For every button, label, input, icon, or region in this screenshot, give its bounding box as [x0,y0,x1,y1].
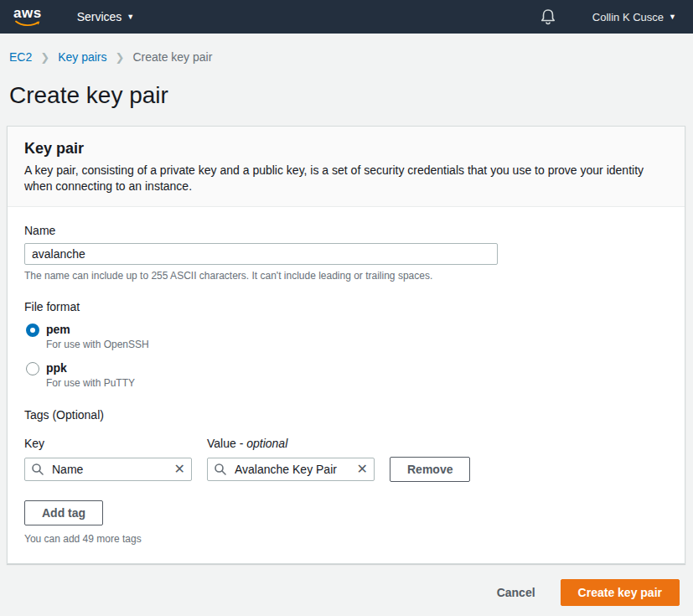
radio-pem-description: For use with OpenSSH [46,339,149,350]
clear-key-icon[interactable]: ✕ [173,460,187,479]
breadcrumb: EC2 ❯ Key pairs ❯ Create key pair [0,34,693,64]
radio-ppk-description: For use with PuTTY [46,377,135,389]
tags-label: Tags (Optional) [24,408,668,422]
breadcrumb-key-pairs[interactable]: Key pairs [58,50,106,64]
radio-unselected-icon[interactable] [26,362,39,375]
chevron-down-icon: ▼ [669,13,676,21]
remove-tag-button[interactable]: Remove [390,457,470,482]
card-title: Key pair [24,140,668,158]
top-navbar: aws Services ▼ Collin K Cusce ▼ [0,0,693,34]
notifications-bell-icon[interactable] [540,8,556,25]
aws-logo[interactable]: aws [13,7,42,27]
add-tag-button[interactable]: Add tag [24,500,103,525]
tag-value-column-label: Value - optional [207,437,287,450]
tag-value-input[interactable] [207,458,375,481]
cancel-button[interactable]: Cancel [497,586,535,599]
breadcrumb-current: Create key pair [132,50,212,64]
services-menu[interactable]: Services ▼ [77,10,135,23]
tag-value-label-text: Value - [207,437,246,450]
create-key-pair-button[interactable]: Create key pair [561,579,680,606]
services-label: Services [77,10,122,23]
radio-option-pem[interactable]: pem For use with OpenSSH [24,323,668,350]
name-input[interactable] [24,243,498,265]
tag-key-input[interactable] [24,458,192,481]
search-icon [31,463,44,479]
radio-pem-label: pem [46,323,149,336]
page-title: Create key pair [0,64,693,109]
name-hint: The name can include up to 255 ASCII cha… [24,270,668,282]
card-description: A key pair, consisting of a private key … [24,163,668,194]
card-body: Name The name can include up to 255 ASCI… [8,207,685,563]
user-name: Collin K Cusce [592,11,664,23]
user-menu[interactable]: Collin K Cusce ▼ [592,11,676,23]
key-pair-card: Key pair A key pair, consisting of a pri… [7,126,685,564]
name-label: Name [24,224,668,237]
file-format-label: File format [24,300,668,313]
tags-remaining-text: You can add 49 more tags [24,533,668,545]
radio-ppk-label: ppk [46,361,135,375]
tag-row: ✕ ✕ Remove [24,457,668,482]
breadcrumb-separator-icon: ❯ [116,51,125,64]
search-icon [214,463,227,479]
footer-actions: Cancel Create key pair [0,564,693,606]
breadcrumb-ec2[interactable]: EC2 [9,50,32,64]
radio-selected-icon[interactable] [26,324,39,337]
tag-value-label-optional: optional [246,437,287,450]
tags-section: Tags (Optional) Key Value - optional [24,408,668,545]
clear-value-icon[interactable]: ✕ [355,460,370,479]
card-header: Key pair A key pair, consisting of a pri… [8,127,685,207]
file-format-group: File format pem For use with OpenSSH ppk… [24,300,668,389]
radio-option-ppk[interactable]: ppk For use with PuTTY [24,361,668,389]
breadcrumb-separator-icon: ❯ [40,51,49,64]
tag-key-column-label: Key [24,437,207,450]
aws-logo-text: aws [13,7,42,19]
aws-smile-icon [15,20,40,27]
chevron-down-icon: ▼ [127,13,134,21]
